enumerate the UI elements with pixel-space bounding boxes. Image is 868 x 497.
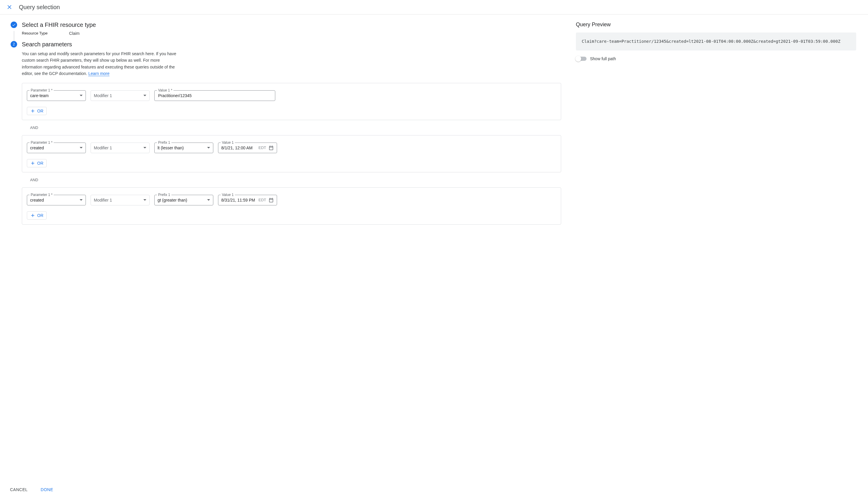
chevron-down-icon — [143, 199, 146, 201]
or-button-label: OR — [37, 213, 43, 218]
add-or-button[interactable]: OR — [27, 107, 47, 115]
query-preview-text: Claim?care-team=Practitioner/12345&creat… — [576, 32, 856, 51]
plus-icon — [30, 213, 35, 218]
step-1-title: Select a FHIR resource type — [22, 22, 561, 28]
step-2-title: Search parameters — [22, 41, 561, 47]
step-1-check-icon — [11, 22, 17, 28]
show-full-path-toggle[interactable] — [576, 57, 587, 61]
or-button-label: OR — [37, 109, 43, 113]
step-2-description: You can setup and modify search paramete… — [22, 51, 178, 77]
learn-more-link[interactable]: Learn more — [88, 71, 110, 76]
parameter-select[interactable]: Parameter 1 * created — [27, 195, 86, 205]
query-preview-title: Query Preview — [576, 22, 856, 28]
chevron-down-icon — [207, 199, 210, 201]
add-or-button[interactable]: OR — [27, 159, 47, 167]
timezone-label: EDT — [258, 145, 266, 150]
close-icon — [6, 4, 12, 10]
chevron-down-icon — [79, 147, 83, 148]
value-date-input[interactable]: Value 1 8/1/21, 12:00 AM EDT — [218, 143, 277, 153]
prefix-select[interactable]: Prefix 1 lt (lesser than) — [154, 143, 213, 153]
value-date-input[interactable]: Value 1 8/31/21, 11:59 PM EDT — [218, 195, 277, 205]
parameter-label: Parameter 1 * — [29, 193, 54, 197]
value-label: Value 1 * — [157, 88, 173, 93]
parameter-select[interactable]: Parameter 1 * created — [27, 143, 86, 153]
prefix-select[interactable]: Prefix 1 gt (greater than) — [154, 195, 213, 205]
modifier-placeholder: Modifier 1 — [94, 198, 141, 202]
show-full-path-label: Show full path — [590, 56, 616, 61]
timezone-label: EDT — [258, 198, 266, 202]
chevron-down-icon — [79, 199, 83, 201]
value-text: 8/1/21, 12:00 AM — [221, 145, 256, 150]
parameter-value: created — [30, 198, 77, 202]
prefix-value: gt (greater than) — [158, 198, 205, 202]
parameter-value: care-team — [30, 93, 77, 98]
step-connector — [11, 31, 17, 41]
chevron-down-icon — [143, 95, 146, 96]
calendar-icon — [269, 145, 274, 151]
dialog-title: Query selection — [19, 4, 60, 11]
value-label: Value 1 — [221, 141, 235, 145]
resource-type-label: Resource Type — [22, 31, 69, 36]
resource-type-value: Claim — [69, 31, 79, 36]
plus-icon — [30, 160, 35, 166]
and-separator: AND — [22, 172, 561, 187]
calendar-icon — [269, 197, 274, 203]
close-button[interactable] — [6, 3, 13, 11]
step-2-number-badge: 2 — [11, 41, 17, 47]
chevron-down-icon — [207, 147, 210, 148]
value-input[interactable]: Value 1 * — [154, 90, 275, 101]
parameter-card: Parameter 1 * created Modifier 1 Prefix … — [22, 135, 561, 172]
modifier-select[interactable]: Modifier 1 — [90, 143, 149, 153]
plus-icon — [30, 108, 35, 114]
parameter-value: created — [30, 145, 77, 150]
parameter-select[interactable]: Parameter 1 * care-team — [27, 90, 86, 101]
and-separator: AND — [22, 120, 561, 135]
modifier-select[interactable]: Modifier 1 — [90, 195, 149, 205]
chevron-down-icon — [143, 147, 146, 148]
modifier-placeholder: Modifier 1 — [94, 145, 141, 150]
parameter-card: Parameter 1 * care-team Modifier 1 Value… — [22, 83, 561, 120]
or-button-label: OR — [37, 161, 43, 166]
parameter-label: Parameter 1 * — [29, 141, 54, 145]
parameter-card: Parameter 1 * created Modifier 1 Prefix … — [22, 187, 561, 225]
modifier-select[interactable]: Modifier 1 — [90, 90, 149, 101]
step-2: 2 Search parameters You can setup and mo… — [11, 41, 561, 225]
parameter-label: Parameter 1 * — [29, 88, 54, 93]
step-1: Select a FHIR resource type — [11, 22, 561, 31]
prefix-label: Prefix 1 — [157, 141, 171, 145]
value-label: Value 1 — [221, 193, 235, 197]
modifier-placeholder: Modifier 1 — [94, 93, 141, 98]
add-or-button[interactable]: OR — [27, 211, 47, 219]
value-text[interactable] — [158, 93, 272, 98]
prefix-value: lt (lesser than) — [158, 145, 205, 150]
chevron-down-icon — [79, 95, 83, 96]
prefix-label: Prefix 1 — [157, 193, 171, 197]
value-text: 8/31/21, 11:59 PM — [221, 198, 256, 202]
toggle-knob — [575, 56, 581, 62]
dialog-header: Query selection — [0, 0, 868, 14]
